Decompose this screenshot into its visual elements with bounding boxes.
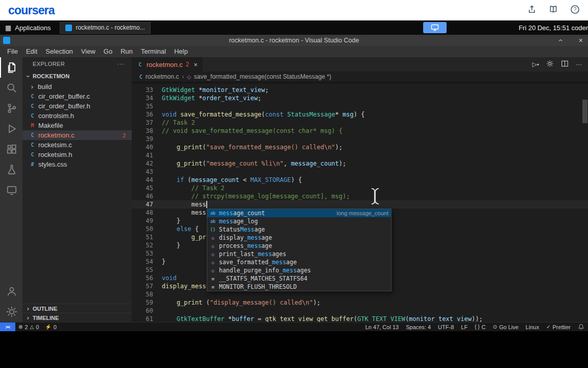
line-number[interactable]: 60: [132, 307, 153, 315]
code-line[interactable]: 43: [132, 168, 588, 176]
remote-indicator[interactable]: ><: [0, 323, 15, 332]
suggestion-StatusMessage[interactable]: {}StatusMessage: [207, 225, 391, 234]
go-live-button[interactable]: ⊙ Go Live: [489, 323, 522, 332]
run-file-icon[interactable]: ▷▾: [532, 61, 539, 68]
code-line[interactable]: 37// Task 2: [132, 119, 588, 127]
suggestion-handle_purge_info_messages[interactable]: ◇handle_purge_info_messages: [207, 266, 391, 274]
menu-edit[interactable]: Edit: [22, 46, 41, 57]
line-number[interactable]: 45: [132, 184, 153, 192]
explorer-activity-button[interactable]: [0, 57, 22, 78]
language-mode[interactable]: { } C: [471, 323, 489, 332]
line-number[interactable]: 39: [132, 135, 153, 143]
menu-selection[interactable]: Selection: [41, 46, 77, 57]
menu-file[interactable]: File: [3, 46, 22, 57]
run-debug-activity-button[interactable]: [0, 119, 22, 139]
menu-view[interactable]: View: [77, 46, 100, 57]
scrollbar-thumb[interactable]: [582, 100, 587, 123]
cursor-position[interactable]: Ln 47, Col 13: [362, 323, 402, 332]
explorer-more-actions-icon[interactable]: ···: [117, 61, 125, 67]
file-item-styles.css[interactable]: #styles.css: [22, 159, 132, 169]
line-number[interactable]: 46: [132, 192, 153, 200]
maximize-icon[interactable]: ›: [556, 39, 564, 42]
testing-activity-button[interactable]: [0, 159, 22, 180]
settings-button[interactable]: [0, 302, 22, 322]
code-line[interactable]: 33GtkWidget *monitor_text_view;: [132, 86, 588, 94]
file-item-cir_order_buffer.c[interactable]: Ccir_order_buffer.c: [22, 91, 132, 101]
code-line[interactable]: 47 mess: [132, 200, 588, 209]
line-number[interactable]: 47: [132, 200, 153, 209]
line-number[interactable]: 42: [132, 159, 153, 168]
file-item-rocketsim.h[interactable]: Crocketsim.h: [22, 150, 132, 159]
breadcrumb-symbol[interactable]: save_formatted_message(const StatusMessa…: [194, 73, 331, 80]
code-line[interactable]: 34GtkWidget *order_text_view;: [132, 94, 588, 102]
line-number[interactable]: 41: [132, 151, 153, 159]
line-number[interactable]: 57: [132, 282, 153, 290]
reader-icon[interactable]: [549, 5, 558, 16]
os-status[interactable]: Linux: [522, 323, 543, 332]
code-line[interactable]: 58: [132, 290, 588, 298]
suggestion-__STATFS_MATCHES_STATFS64[interactable]: ≡__STATFS_MATCHES_STATFS64: [207, 274, 391, 283]
line-number[interactable]: 58: [132, 290, 153, 298]
source-control-activity-button[interactable]: [0, 98, 22, 119]
suggestion-message_log[interactable]: abmessage_log: [207, 217, 391, 225]
code-line[interactable]: 60: [132, 307, 588, 315]
search-activity-button[interactable]: [0, 78, 22, 98]
prettier-status[interactable]: ✓ Prettier: [543, 323, 574, 332]
code-line[interactable]: 38// void save_formatted_message(const c…: [132, 127, 588, 135]
line-number[interactable]: 34: [132, 94, 153, 102]
screen-share-button[interactable]: [423, 22, 447, 33]
suggestion-save_formatted_message[interactable]: ◇save_formatted_message: [207, 258, 391, 266]
line-number[interactable]: 33: [132, 86, 153, 94]
help-icon[interactable]: ?: [570, 5, 580, 16]
suggestion-MONITOR_FLUSH_THRESOLD[interactable]: ≡MONITOR_FLUSH_THRESOLD: [207, 283, 391, 291]
menu-terminal[interactable]: Terminal: [137, 46, 170, 57]
line-number[interactable]: 48: [132, 209, 153, 217]
suggestion-message_count[interactable]: abmessage_countlong message_count: [207, 209, 391, 217]
editor-scrollbar[interactable]: [582, 82, 588, 322]
editor-settings-icon[interactable]: [546, 60, 554, 69]
timeline-section[interactable]: › TIMELINE: [22, 313, 132, 322]
code-line[interactable]: 45 // Task 2: [132, 184, 588, 192]
suggestion-process_message[interactable]: ◇process_message: [207, 242, 391, 250]
split-editor-icon[interactable]: [561, 60, 569, 69]
ports-status[interactable]: ⚡ 0: [42, 323, 60, 332]
accounts-button[interactable]: [0, 281, 22, 302]
code-line[interactable]: 36void save_formatted_message(const Stat…: [132, 110, 588, 119]
menu-help[interactable]: Help: [170, 46, 192, 57]
share-icon[interactable]: [527, 5, 536, 16]
tab-close-icon[interactable]: ×: [194, 61, 198, 68]
eol-status[interactable]: LF: [457, 323, 471, 332]
file-item-rocketsim.c[interactable]: Crocketsim.c: [22, 140, 132, 150]
line-number[interactable]: 53: [132, 249, 153, 258]
code-line[interactable]: 42 g_print("message_count %li\n", messag…: [132, 159, 588, 168]
line-number[interactable]: 52: [132, 241, 153, 249]
coursera-logo[interactable]: coursera: [8, 4, 55, 17]
encoding-status[interactable]: UTF-8: [434, 323, 457, 332]
suggestion-display_message[interactable]: ◇display_message: [207, 234, 391, 242]
code-line[interactable]: 35: [132, 102, 588, 110]
line-number[interactable]: 35: [132, 102, 153, 110]
code-area[interactable]: 33GtkWidget *monitor_text_view;34GtkWidg…: [132, 82, 588, 322]
line-number[interactable]: 61: [132, 315, 153, 322]
line-number[interactable]: 44: [132, 176, 153, 184]
more-actions-icon[interactable]: ···: [576, 61, 582, 68]
taskbar-clock[interactable]: Fri 20 Dec, 15:51 coder: [519, 20, 588, 35]
remote-explorer-activity-button[interactable]: [0, 180, 22, 200]
line-number[interactable]: 40: [132, 143, 153, 151]
breadcrumb-file[interactable]: rocketmon.c: [145, 73, 179, 80]
problems-status[interactable]: ⊗ 2 △ 0: [15, 323, 42, 332]
extensions-activity-button[interactable]: [0, 139, 22, 159]
tab-rocketmon[interactable]: C rocketmon.c 2 ×: [132, 57, 203, 72]
file-item-Makefile[interactable]: MMakefile: [22, 121, 132, 130]
line-number[interactable]: 38: [132, 127, 153, 135]
applications-menu[interactable]: ▦ Applications: [0, 20, 56, 35]
file-item-build[interactable]: ›build: [22, 82, 132, 91]
line-number[interactable]: 56: [132, 274, 153, 282]
line-number[interactable]: 36: [132, 110, 153, 119]
menu-go[interactable]: Go: [100, 46, 116, 57]
code-line[interactable]: 40 g_print("save_formatted_message() cal…: [132, 143, 588, 151]
file-item-controlsim.h[interactable]: Ccontrolsim.h: [22, 111, 132, 121]
code-line[interactable]: 39: [132, 135, 588, 143]
suggestion-print_last_messages[interactable]: ◇print_last_messages: [207, 250, 391, 258]
code-line[interactable]: 46 // strcpy(message_log[message_count],…: [132, 192, 588, 200]
